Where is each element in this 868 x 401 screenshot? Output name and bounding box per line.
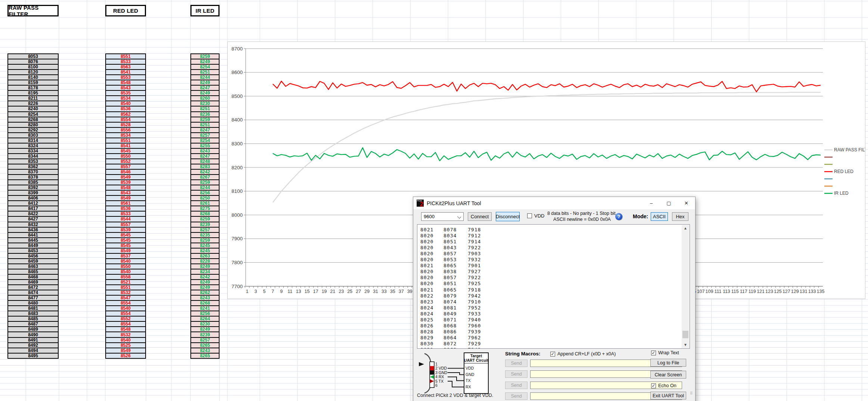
x-tick-label: 25 xyxy=(347,289,352,294)
echo-on-checkbox[interactable]: ✓ xyxy=(651,383,656,388)
echo-on-row: ✓ Echo On xyxy=(651,383,676,388)
terminal-value: 7960 xyxy=(468,323,481,328)
y-tick-label: 8300 xyxy=(231,141,243,146)
pin1-arrow-icon xyxy=(419,362,424,366)
terminal-value: 7942 xyxy=(468,293,481,299)
terminal-value: 8021 xyxy=(420,263,433,268)
log-to-file-button[interactable]: Log to File xyxy=(650,359,686,367)
terminal-value: 7933 xyxy=(468,311,481,317)
terminal-line: 802080437922 xyxy=(417,245,679,251)
y-tick-label: 8200 xyxy=(231,165,243,170)
append-crlf-checkbox[interactable]: ✓ xyxy=(550,352,555,357)
send-button[interactable]: Send xyxy=(505,392,528,400)
send-button[interactable]: Send xyxy=(505,360,528,367)
terminal-value: 8072 xyxy=(444,341,457,346)
terminal-line: 802980647962 xyxy=(417,335,679,341)
table-cell-raw[interactable]: 8495 xyxy=(7,353,59,359)
terminal-line: 802080517925 xyxy=(417,281,679,287)
target-pin-label: VDD xyxy=(466,366,474,370)
terminal-value: 8057 xyxy=(444,275,457,280)
hex-mode-button[interactable]: Hex xyxy=(672,212,688,221)
ascii-mode-button[interactable]: ASCII xyxy=(651,212,668,221)
pickit-pin-label: 4 RX xyxy=(435,374,444,379)
window-titlebar[interactable]: PICkit 2 PICKit2Plus UART Tool – ▢ ✕ xyxy=(413,197,695,209)
y-tick-label: 7800 xyxy=(231,260,243,265)
baud-rate-value: 9600 xyxy=(424,214,435,219)
y-tick-label: 8700 xyxy=(231,46,243,52)
scrollbar-thumb[interactable] xyxy=(682,331,688,338)
terminal-line: 802880867939 xyxy=(417,329,679,335)
terminal-value: 8031 xyxy=(420,347,433,349)
disconnect-button[interactable]: Disconnect xyxy=(496,212,520,221)
append-crlf-row: ✓ Append CR+LF (x0D + x0A) xyxy=(550,351,616,357)
terminal-value: 8068 xyxy=(444,323,457,328)
table-cell-ir[interactable]: 8265 xyxy=(190,353,220,359)
terminal-output[interactable]: 8021807879188020803479128020805179148020… xyxy=(417,224,690,349)
string-macros-label: String Macros: xyxy=(505,351,541,357)
x-tick-label: 39 xyxy=(407,289,413,294)
pickit-pin-label: 1 xyxy=(435,362,438,366)
terminal-value: 8065 xyxy=(444,263,457,268)
target-pin-label: RX xyxy=(466,385,471,389)
terminal-value: 8069 xyxy=(444,347,457,349)
exit-uart-tool-button[interactable]: Exit UART Tool xyxy=(650,392,686,400)
terminal-value: 7940 xyxy=(468,317,481,323)
terminal-value: 7912 xyxy=(468,233,481,238)
wrap-text-label: Wrap Text xyxy=(658,350,679,355)
x-tick-label: 135 xyxy=(817,289,825,294)
clear-screen-button[interactable]: Clear Screen xyxy=(650,371,686,379)
x-tick-label: 33 xyxy=(382,289,387,294)
pickit-pin-label: 6 xyxy=(435,383,438,388)
terminal-value: 8064 xyxy=(444,335,457,340)
terminal-line: 802080517914 xyxy=(417,239,679,245)
x-tick-label: 15 xyxy=(305,289,310,294)
terminal-value: 8020 xyxy=(420,257,433,262)
x-tick-label: 109 xyxy=(706,289,713,294)
terminal-value: 8065 xyxy=(444,287,457,293)
terminal-value: 8074 xyxy=(444,299,457,305)
x-tick-label: 31 xyxy=(373,289,378,294)
terminal-value: 7932 xyxy=(468,257,481,262)
terminal-value: 7903 xyxy=(468,251,481,256)
wrap-text-checkbox[interactable]: ✓ xyxy=(651,351,656,355)
baud-rate-select[interactable]: 9600 xyxy=(421,212,464,221)
resize-grip[interactable]: ⠿ xyxy=(690,391,694,396)
help-icon[interactable]: ? xyxy=(615,213,622,220)
pin3-gnd-black xyxy=(430,370,434,375)
status-note: Connect PICkit 2 VDD & target VDD. xyxy=(417,393,493,398)
scroll-up-icon[interactable]: ▲ xyxy=(682,225,689,231)
x-tick-label: 107 xyxy=(697,289,705,294)
maximize-button[interactable]: ▢ xyxy=(660,197,678,209)
x-tick-label: 125 xyxy=(774,289,782,294)
header-red-led[interactable]: RED LED xyxy=(105,5,146,16)
close-button[interactable]: ✕ xyxy=(678,197,695,209)
send-button[interactable]: Send xyxy=(505,382,528,389)
y-tick-label: 8400 xyxy=(231,117,243,123)
series-line-red-led xyxy=(273,81,821,92)
terminal-line: 802380747910 xyxy=(417,299,679,305)
connect-button[interactable]: Connect xyxy=(468,212,492,221)
minimize-button[interactable]: – xyxy=(643,197,660,209)
terminal-value: 8026 xyxy=(420,323,433,328)
terminal-value: 8053 xyxy=(444,257,457,262)
terminal-value: 8020 xyxy=(420,239,433,244)
terminal-value: 8024 xyxy=(420,311,433,317)
x-tick-label: 27 xyxy=(356,289,361,294)
terminal-line-partial: 803180697949 xyxy=(417,347,679,349)
terminal-value: 8057 xyxy=(444,251,457,256)
vdd-checkbox[interactable] xyxy=(527,213,532,218)
terminal-line: 802080387927 xyxy=(417,269,679,275)
send-button[interactable]: Send xyxy=(505,370,528,378)
terminal-scrollbar[interactable]: ▲ ▼ xyxy=(682,225,689,348)
table-cell-red[interactable]: 8526 xyxy=(105,353,146,359)
terminal-value: 7922 xyxy=(468,275,481,280)
x-tick-label: 121 xyxy=(757,289,765,294)
pickit-uart-window: PICkit 2 PICKit2Plus UART Tool – ▢ ✕ 960… xyxy=(413,197,695,401)
terminal-value: 8038 xyxy=(444,269,457,274)
terminal-value: 8020 xyxy=(420,233,433,238)
header-raw-pass-filter[interactable]: RAW PASS FILTER xyxy=(7,5,59,16)
y-tick-label: 7900 xyxy=(231,236,243,241)
scroll-down-icon[interactable]: ▼ xyxy=(682,342,689,348)
header-ir-led[interactable]: IR LED xyxy=(190,5,220,16)
x-tick-label: 117 xyxy=(740,289,747,294)
